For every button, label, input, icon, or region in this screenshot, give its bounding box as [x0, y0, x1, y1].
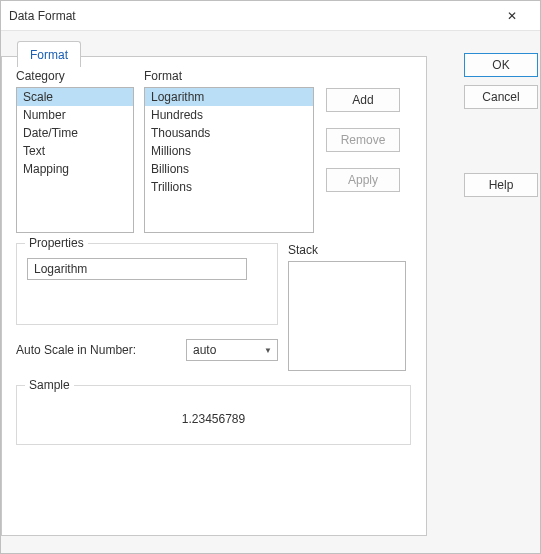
- ok-button[interactable]: OK: [464, 53, 538, 77]
- category-label: Category: [16, 69, 134, 83]
- sample-group: Sample 1.23456789: [16, 385, 411, 445]
- tab-format[interactable]: Format: [17, 41, 81, 67]
- dialog-window: Data Format ✕ Format Category Scale Numb…: [0, 0, 541, 554]
- apply-button[interactable]: Apply: [326, 168, 400, 192]
- stack-block: Stack: [288, 243, 406, 371]
- autoscale-row: Auto Scale in Number: auto ▼: [16, 339, 278, 361]
- format-action-buttons: Add Remove Apply: [326, 69, 400, 233]
- cancel-button[interactable]: Cancel: [464, 85, 538, 109]
- left-mid-col: Properties Auto Scale in Number: auto ▼: [16, 243, 278, 371]
- help-button[interactable]: Help: [464, 173, 538, 197]
- remove-button-label: Remove: [341, 133, 386, 147]
- properties-input[interactable]: [27, 258, 247, 280]
- close-button[interactable]: ✕: [492, 1, 532, 30]
- format-item-thousands[interactable]: Thousands: [145, 124, 313, 142]
- window-title: Data Format: [9, 9, 492, 23]
- autoscale-combobox[interactable]: auto ▼: [186, 339, 278, 361]
- autoscale-label: Auto Scale in Number:: [16, 343, 176, 357]
- category-item-datetime[interactable]: Date/Time: [17, 124, 133, 142]
- chevron-down-icon: ▼: [259, 340, 277, 360]
- tab-format-label: Format: [30, 48, 68, 62]
- remove-button[interactable]: Remove: [326, 128, 400, 152]
- autoscale-value: auto: [193, 343, 216, 357]
- format-item-logarithm[interactable]: Logarithm: [145, 88, 313, 106]
- lists-row: Category Scale Number Date/Time Text Map…: [16, 69, 412, 233]
- properties-group: Properties: [16, 243, 278, 325]
- format-item-billions[interactable]: Billions: [145, 160, 313, 178]
- format-listbox[interactable]: Logarithm Hundreds Thousands Millions Bi…: [144, 87, 314, 233]
- properties-legend: Properties: [25, 236, 88, 250]
- format-item-millions[interactable]: Millions: [145, 142, 313, 160]
- category-listbox[interactable]: Scale Number Date/Time Text Mapping: [16, 87, 134, 233]
- format-item-hundreds[interactable]: Hundreds: [145, 106, 313, 124]
- cancel-button-label: Cancel: [482, 90, 519, 104]
- help-button-label: Help: [489, 178, 514, 192]
- format-item-trillions[interactable]: Trillions: [145, 178, 313, 196]
- format-label: Format: [144, 69, 314, 83]
- mid-row: Properties Auto Scale in Number: auto ▼ …: [16, 243, 412, 371]
- category-item-mapping[interactable]: Mapping: [17, 160, 133, 178]
- tab-panel-format: Category Scale Number Date/Time Text Map…: [1, 56, 427, 536]
- add-button-label: Add: [352, 93, 373, 107]
- dialog-body: Format Category Scale Number Date/Time T…: [1, 31, 540, 553]
- category-item-scale[interactable]: Scale: [17, 88, 133, 106]
- titlebar: Data Format ✕: [1, 1, 540, 31]
- apply-button-label: Apply: [348, 173, 378, 187]
- stack-label: Stack: [288, 243, 406, 257]
- ok-button-label: OK: [492, 58, 509, 72]
- category-item-number[interactable]: Number: [17, 106, 133, 124]
- sample-legend: Sample: [25, 378, 74, 392]
- stack-listbox[interactable]: [288, 261, 406, 371]
- dialog-buttons: OK Cancel Help: [464, 53, 540, 205]
- category-block: Category Scale Number Date/Time Text Map…: [16, 69, 134, 233]
- close-icon: ✕: [507, 9, 517, 23]
- format-block: Format Logarithm Hundreds Thousands Mill…: [144, 69, 314, 233]
- sample-value: 1.23456789: [27, 412, 400, 426]
- category-item-text[interactable]: Text: [17, 142, 133, 160]
- add-button[interactable]: Add: [326, 88, 400, 112]
